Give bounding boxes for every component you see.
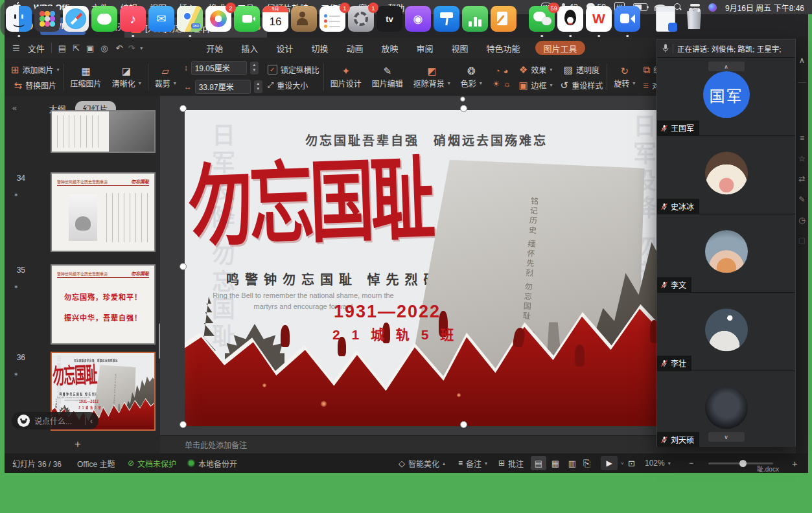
border-button[interactable]: ▣边框▾ [518, 80, 552, 91]
safari-dock-icon[interactable] [63, 6, 89, 32]
normal-view-button[interactable]: ▤ [531, 456, 546, 470]
add-slide-button[interactable]: + [75, 438, 81, 451]
object-properties-icon[interactable]: ≡ [796, 133, 808, 142]
participant-tile[interactable]: 史冰冰 [657, 136, 795, 214]
keynote-dock-icon[interactable] [434, 6, 459, 32]
tencent-meeting-dock-icon[interactable] [614, 6, 640, 32]
width-stepper[interactable]: ▲▼ [254, 80, 262, 93]
export-icon[interactable]: ⇱ [73, 43, 80, 53]
transparency-button[interactable]: ▨透明度 [564, 64, 599, 75]
minimized-window-dock-icon[interactable] [653, 6, 679, 32]
facetime-dock-icon[interactable] [234, 6, 260, 32]
system-settings-dock-icon[interactable]: 1 [348, 6, 374, 32]
crop-button[interactable]: ▱裁剪▾ [152, 66, 179, 89]
tab-home[interactable]: 开始 [205, 42, 224, 54]
wps-dock-icon[interactable]: W [586, 6, 612, 32]
contacts-dock-icon[interactable] [291, 6, 317, 32]
launchpad-dock-icon[interactable] [34, 6, 60, 32]
resource-box-icon[interactable]: ▢ [796, 236, 808, 245]
zoom-slider-knob[interactable] [739, 460, 747, 467]
apple-tv-dock-icon[interactable]: tv [377, 6, 402, 32]
picture-edit-button[interactable]: ✎图片编辑 [369, 66, 406, 89]
local-backup-status[interactable]: 本地备份开 [187, 453, 237, 473]
print-icon[interactable]: ▣ [86, 43, 94, 53]
tab-view[interactable]: 视图 [450, 42, 469, 54]
picture-height-input[interactable]: 19.05厘米 [191, 61, 247, 75]
theme-name[interactable]: Office 主题 [77, 453, 115, 473]
tab-animation[interactable]: 动画 [345, 42, 364, 54]
picture-design-button[interactable]: ✦图片设计 [328, 66, 364, 89]
chevron-left-icon[interactable]: ‹ [90, 416, 93, 426]
brightness-down-icon[interactable]: ☼ [503, 80, 511, 88]
reset-style-button[interactable]: ↺重设样式 [561, 80, 603, 91]
picture-width-input[interactable]: 33.87厘米 [195, 80, 251, 94]
notes-toggle-button[interactable]: ≡备注▾ [458, 453, 487, 473]
comments-button[interactable]: ⊞批注 [498, 453, 524, 473]
clarify-button[interactable]: ◪清晰化▾ [110, 66, 144, 89]
mail-dock-icon[interactable]: ✉ [148, 6, 174, 32]
fit-screen-icon[interactable]: ⊡ [628, 459, 635, 468]
history-icon[interactable]: ◷ [796, 216, 808, 225]
color-button[interactable]: ❂色彩▾ [458, 66, 485, 89]
tab-slideshow[interactable]: 放映 [380, 42, 399, 54]
wechat-dock-icon[interactable]: 59 [529, 6, 555, 32]
menu-datetime[interactable]: 9月16日 周五 下午8:46 [725, 2, 804, 13]
quick-edit-icon[interactable]: ✎ [796, 195, 808, 204]
tab-special-features[interactable]: 特色功能 [485, 42, 521, 54]
zoom-in-button[interactable]: + [792, 453, 798, 473]
tab-insert[interactable]: 插入 [240, 42, 259, 54]
siri-icon[interactable] [708, 3, 717, 12]
music-dock-icon[interactable]: ♪ [120, 6, 146, 32]
photos-dock-icon[interactable]: 2 [205, 6, 231, 32]
participant-tile[interactable]: 李壮 [657, 293, 795, 371]
remove-background-button[interactable]: ◩抠除背景▾ [411, 66, 453, 89]
meeting-header[interactable]: 正在讲话: 刘俊伟; 路凯; 王星宇; [657, 40, 795, 58]
undo-icon[interactable]: ↶ [116, 43, 123, 53]
compress-picture-button[interactable]: ▦压缩图片 [68, 66, 104, 89]
zoom-out-button[interactable]: − [689, 453, 693, 473]
height-stepper[interactable]: ▲▼ [250, 62, 259, 74]
calendar-dock-icon[interactable]: 9月16 [262, 6, 288, 32]
tab-review[interactable]: 审阅 [415, 42, 434, 54]
redo-icon[interactable]: ↷ [128, 43, 135, 53]
document-protection-status[interactable]: ⊘文档未保护 [128, 453, 176, 473]
numbers-dock-icon[interactable] [462, 6, 488, 32]
emoji-icon[interactable] [17, 415, 30, 427]
messages-dock-icon[interactable] [91, 6, 117, 32]
reading-view-button[interactable]: ▥ [564, 456, 580, 470]
ribbon-file-menu[interactable]: 文件 [27, 42, 46, 54]
meeting-chat-input[interactable]: 说点什么... ‹ [12, 412, 99, 429]
replace-picture-button[interactable]: ⇆替换图片 [14, 80, 57, 91]
play-from-current-icon[interactable]: ⎘ [583, 459, 590, 468]
desktop-file-label[interactable]: 耻.docx [757, 464, 779, 473]
finder-dock-icon[interactable] [6, 6, 32, 32]
maps-dock-icon[interactable] [177, 6, 203, 32]
chevron-up-icon[interactable]: ∧ [708, 62, 745, 71]
lock-aspect-ratio-checkbox[interactable]: ✓锁定纵横比 [268, 64, 319, 75]
find-icon[interactable]: ◎ [100, 43, 108, 53]
collapse-panel-icon[interactable]: ∧ [796, 56, 808, 65]
pages-dock-icon[interactable] [491, 6, 516, 32]
slide-35-thumbnail[interactable]: 警钟长鸣绝不让历史悲剧重演勿忘国耻 勿忘国殇，珍爱和平！ 振兴中华，吾辈自强！ [51, 264, 156, 345]
play-options-icon[interactable]: ˅ [621, 461, 624, 466]
selection-handle-bottom-left[interactable] [180, 421, 187, 428]
slide-sorter-view-button[interactable]: ▦ [548, 456, 563, 470]
trash-dock-icon[interactable] [681, 6, 707, 32]
reminders-dock-icon[interactable]: 1 [319, 6, 345, 32]
effects-panel-icon[interactable]: ☆ [796, 154, 808, 163]
podcasts-dock-icon[interactable]: ◉ [405, 6, 431, 32]
save-icon[interactable]: ▤ [58, 43, 66, 53]
participant-tile[interactable]: ∧ 国军 王国军 [657, 58, 795, 136]
smart-beautify-button[interactable]: ◇智能美化▴ [399, 453, 445, 473]
undo-dropdown-icon[interactable]: ▾ [140, 45, 143, 51]
participant-tile[interactable]: ∨ 刘天硕 [657, 371, 795, 447]
slide-34-thumbnail[interactable]: 警钟长鸣绝不让历史悲剧重演勿忘国耻 [51, 172, 156, 252]
rotation-handle[interactable] [460, 97, 465, 102]
contrast-down-icon[interactable]: ◕ [504, 67, 509, 75]
participant-tile[interactable]: 李文 [657, 214, 795, 293]
qq-dock-icon[interactable] [557, 6, 583, 32]
brightness-up-icon[interactable]: ☀ [493, 80, 500, 88]
selection-handle-top-left[interactable] [180, 105, 187, 112]
tab-transition[interactable]: 切换 [310, 42, 329, 54]
selection-handle-top-center[interactable] [460, 105, 467, 112]
